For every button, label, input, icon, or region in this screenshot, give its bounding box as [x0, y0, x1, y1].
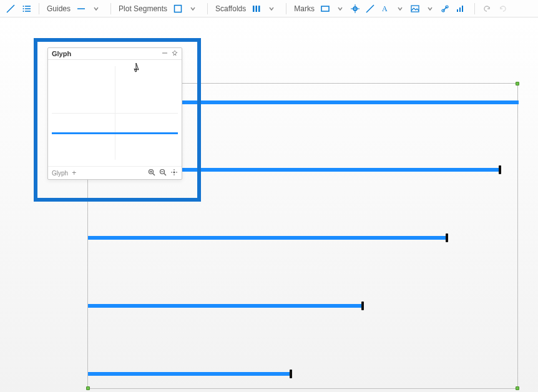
pin-icon[interactable]	[172, 50, 178, 57]
line-mark-icon[interactable]	[363, 2, 377, 16]
scaffolds-label: Scaffolds	[215, 4, 248, 13]
plot-segments-label: Plot Segments	[119, 4, 170, 13]
svg-line-26	[153, 174, 155, 175]
toolbar-separator	[474, 3, 475, 14]
line-tool-icon[interactable]	[4, 2, 17, 16]
zoom-in-icon[interactable]	[148, 169, 155, 177]
list-tool-icon[interactable]	[20, 2, 34, 16]
chevron-down-icon[interactable]	[333, 2, 347, 16]
svg-rect-21	[457, 9, 458, 12]
svg-rect-10	[256, 6, 258, 12]
rect-mark-icon[interactable]	[318, 2, 332, 16]
glyph-panel-footer: Glyph +	[48, 166, 182, 179]
bar-end-cap[interactable]	[290, 370, 292, 378]
bar-end-cap[interactable]	[446, 233, 448, 242]
image-mark-icon[interactable]	[408, 2, 422, 16]
toolbar-separator	[207, 3, 208, 14]
svg-line-30	[164, 174, 166, 175]
resize-handle-icon[interactable]	[516, 386, 519, 390]
bar-end-cap[interactable]	[499, 165, 501, 174]
chevron-down-icon[interactable]	[265, 2, 278, 16]
redo-icon[interactable]	[496, 2, 510, 16]
fit-icon[interactable]	[170, 169, 178, 177]
svg-rect-12	[321, 6, 329, 11]
svg-line-0	[7, 5, 14, 12]
text-mark-icon[interactable]: A	[378, 2, 392, 16]
bar-mark[interactable]	[88, 236, 447, 240]
svg-rect-18	[411, 6, 419, 12]
svg-rect-22	[459, 7, 461, 12]
guide-horizontal-icon[interactable]	[74, 2, 88, 16]
undo-icon[interactable]	[480, 2, 494, 16]
canvas[interactable]: Glyph Glyph +	[0, 17, 538, 392]
chevron-down-icon[interactable]	[186, 2, 200, 16]
scaffolds-group: Scaffolds	[213, 2, 281, 16]
toolbar: Guides Plot Segments Scaffolds	[0, 0, 538, 17]
glyph-editor[interactable]	[48, 60, 182, 166]
add-glyph-button[interactable]: +	[72, 169, 76, 177]
zoom-out-icon[interactable]	[159, 169, 167, 177]
marks-group: Marks A	[291, 2, 469, 16]
data-axis-icon[interactable]	[453, 2, 467, 16]
svg-rect-9	[253, 6, 255, 12]
glyph-footer-label: Glyph	[52, 170, 68, 177]
region-icon[interactable]	[171, 2, 185, 16]
link-mark-icon[interactable]	[438, 2, 452, 16]
bar-mark[interactable]	[88, 304, 363, 308]
svg-text:A: A	[382, 4, 388, 13]
chevron-down-icon[interactable]	[393, 2, 407, 16]
toolbar-separator	[110, 3, 111, 14]
toolbar-separator	[39, 3, 39, 14]
bar-end-cap[interactable]	[361, 301, 364, 310]
toolbar-separator	[286, 3, 286, 14]
resize-handle-icon[interactable]	[86, 386, 90, 390]
glyph-panel-title: Glyph	[52, 50, 71, 57]
chevron-down-icon[interactable]	[423, 2, 437, 16]
resize-handle-icon[interactable]	[516, 82, 519, 86]
svg-rect-8	[175, 5, 182, 12]
guides-label: Guides	[47, 4, 73, 13]
glyph-panel-header[interactable]: Glyph	[48, 48, 182, 60]
plot-segments-group: Plot Segments	[116, 2, 202, 16]
svg-rect-11	[258, 6, 260, 12]
columns-icon[interactable]	[250, 2, 263, 16]
svg-rect-23	[462, 6, 463, 12]
symbol-mark-icon[interactable]	[348, 2, 362, 16]
marks-label: Marks	[294, 4, 317, 13]
bar-mark[interactable]	[88, 372, 291, 376]
svg-point-32	[174, 172, 175, 174]
svg-point-6	[23, 11, 24, 12]
svg-line-16	[366, 5, 374, 12]
minimize-icon[interactable]	[162, 50, 168, 57]
glyph-bar-mark[interactable]	[52, 132, 177, 134]
guides-group: Guides	[44, 2, 105, 16]
glyph-panel[interactable]: Glyph Glyph +	[47, 47, 182, 180]
svg-point-4	[23, 6, 24, 7]
chevron-down-icon[interactable]	[89, 2, 103, 16]
svg-point-5	[23, 8, 24, 9]
